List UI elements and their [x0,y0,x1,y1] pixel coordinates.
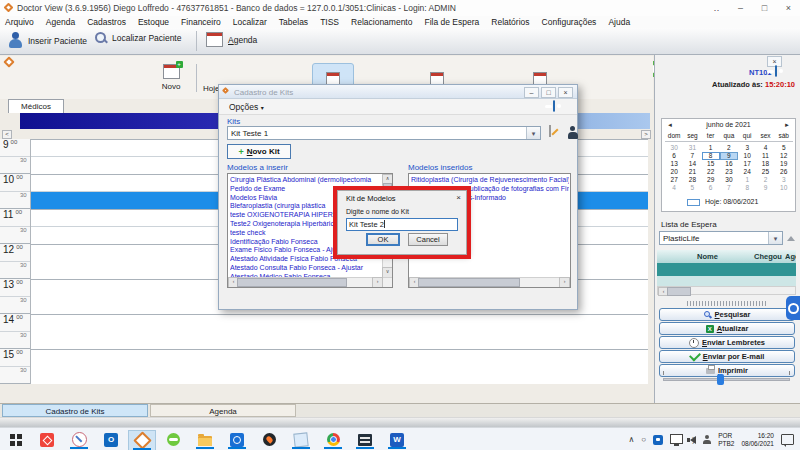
hidden-icons-chevron[interactable] [628,435,634,444]
calendar-next-button[interactable] [784,122,790,128]
waitlist-hscrollbar[interactable] [657,286,796,295]
inserir-paciente-button[interactable]: Inserir Paciente [8,32,87,49]
calendar-day[interactable]: 5 [683,184,701,192]
tab-agenda[interactable]: Agenda [150,404,296,417]
calendar-day[interactable]: 12 [775,152,793,160]
taskbar-explorer[interactable] [192,430,218,449]
left-list-hscrollbar[interactable] [228,277,392,287]
calendar-day[interactable]: 18 [756,160,774,168]
list-item[interactable]: Atestado Atividade Física Fabio Fonseca [230,255,382,264]
calendar-day[interactable]: 1 [702,144,720,152]
kit-name-input[interactable]: Kit Teste 2 [346,218,458,231]
kits-maximize-button[interactable] [541,87,556,98]
panel-collapse-arrow-icon[interactable] [787,236,795,241]
calendar-day[interactable]: 10 [738,152,756,160]
maximize-button[interactable] [757,2,772,14]
enviar-lembretes-button[interactable]: Enviar Lembretes [659,336,795,349]
menu-item[interactable]: Fila de Espera [424,17,479,27]
calendar-day[interactable]: 17 [738,160,756,168]
calendar-day[interactable]: 27 [665,176,683,184]
ok-button[interactable]: OK [366,233,400,246]
calendar-day[interactable]: 9 [756,184,774,192]
start-button[interactable] [2,430,28,449]
novo-kit-button[interactable]: Novo Kit [227,144,291,159]
right-list-hscrollbar[interactable] [409,277,570,287]
calendar-day[interactable]: 28 [683,176,701,184]
tab-cadastro-de-kits[interactable]: Cadastro de Kits [2,404,148,417]
calendar-day[interactable]: 9 [720,152,738,160]
calendar-day[interactable]: 3 [775,176,793,184]
calendar-day[interactable]: 30 [665,144,683,152]
calendar-day[interactable]: 21 [683,168,701,176]
pesquisar-button[interactable]: Pesquisar [659,308,795,321]
enviar-email-button[interactable]: Enviar por E-mail [659,350,795,363]
calendar-day[interactable]: 5 [775,144,793,152]
menu-item[interactable]: Relacionamento [351,17,412,27]
calendar-day[interactable]: 20 [665,168,683,176]
zoom-slider-track[interactable] [663,378,790,381]
menu-item[interactable]: TISS [320,17,339,27]
calendar-day[interactable]: 13 [665,160,683,168]
teamviewer-floater[interactable] [786,296,800,320]
minimize-button[interactable] [733,2,748,14]
calendar-day[interactable]: 4 [665,184,683,192]
calendar-day[interactable]: 22 [702,168,720,176]
calendar-day[interactable]: 26 [775,168,793,176]
panel-splitter[interactable] [687,301,767,306]
language-indicator[interactable]: POR PTB2 [718,432,734,448]
menu-item[interactable]: Estoque [138,17,169,27]
calendar-day[interactable]: 14 [683,160,701,168]
calendar-day[interactable]: 19 [775,160,793,168]
taskbar-flame-app[interactable] [256,430,282,449]
taskbar-counter-app[interactable] [352,430,378,449]
panel-contact-card-icon[interactable] [775,65,777,77]
calendar-day[interactable]: 4 [756,144,774,152]
calendar-day[interactable]: 24 [738,168,756,176]
scroll-columns-left-button[interactable] [2,130,12,139]
hscroll-thumb[interactable] [667,287,691,296]
opcoes-menu[interactable]: Opções ▾ [229,102,264,112]
chevron-down-icon[interactable] [526,127,540,139]
atualizar-button[interactable]: Atualizar [659,322,795,335]
menu-item[interactable]: Ajuda [608,17,630,27]
kits-minimize-button[interactable] [524,87,539,98]
edit-kit-icon[interactable] [549,125,551,137]
tray-circle-icon[interactable] [641,435,646,444]
calendar-day[interactable]: 6 [702,184,720,192]
calendar-day[interactable]: 3 [738,144,756,152]
hscroll-thumb[interactable] [418,278,520,287]
imprimir-button[interactable]: Imprimir [659,364,795,377]
taskbar-chrome[interactable] [320,430,346,449]
calendar-day[interactable]: 11 [756,152,774,160]
list-item[interactable]: Atestado Consulta Fabio Fonseca - Ajusta… [230,264,382,273]
list-item[interactable]: Ritidoplastia (Cirurgia de Rejuvenescime… [411,176,569,185]
scroll-right-icon[interactable] [559,277,570,288]
menu-item[interactable]: Configurações [542,17,597,27]
menu-item[interactable]: Tabelas [279,17,308,27]
calendar-day[interactable]: 8 [738,184,756,192]
network-icon[interactable] [670,434,683,444]
menu-item[interactable]: Relatórios [491,17,529,27]
calendar-day[interactable]: 30 [720,176,738,184]
action-center-icon[interactable] [781,434,794,445]
kit-select[interactable]: Kit Teste 1 [227,126,541,140]
clock[interactable]: 16:20 08/06/2021 [741,432,774,448]
taskbar-notes-app[interactable] [288,430,314,449]
menu-item[interactable]: Agenda [46,17,75,27]
people-icon[interactable] [703,435,711,445]
kits-contact-card-icon[interactable] [553,100,555,112]
taskbar-green-app[interactable] [160,430,186,449]
calendar-day[interactable]: 10 [775,184,793,192]
calendar-day[interactable]: 8 [702,152,720,160]
zoom-slider-thumb[interactable] [717,374,724,385]
calendar-day[interactable]: 7 [683,152,701,160]
list-item[interactable]: Cirurgia Plástica Abdominal (dermolipect… [230,176,382,185]
tab-medicos[interactable]: Médicos [8,99,64,113]
menu-item[interactable]: Localizar [233,17,267,27]
hscroll-thumb[interactable] [237,278,347,287]
close-button[interactable] [781,2,796,14]
calendar-day[interactable]: 29 [702,176,720,184]
kits-close-button[interactable] [558,87,573,98]
calendar-day[interactable]: 2 [720,144,738,152]
close-icon[interactable] [456,193,461,202]
